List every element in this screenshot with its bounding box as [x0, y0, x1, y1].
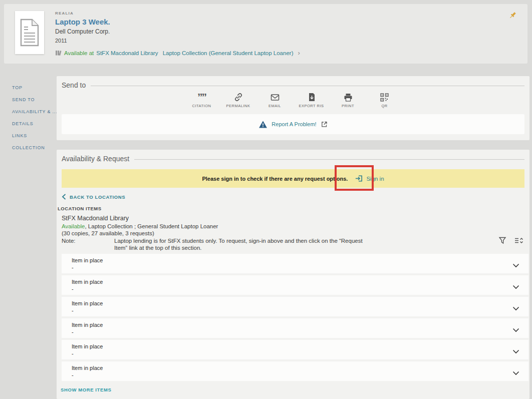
item-row[interactable]: Item in place - — [62, 318, 528, 338]
citation-icon: ”” — [197, 94, 206, 101]
send-to-actions: ”” CITATION PERMALINK — [57, 92, 529, 108]
sidebar-item-send-to[interactable]: SEND TO — [12, 97, 57, 102]
print-button[interactable]: PRINT — [330, 92, 366, 108]
sidebar-item-links[interactable]: LINKS — [12, 133, 57, 138]
page-section-nav: TOP SEND TO AVAILABILITY & ... DETAILS L… — [12, 85, 57, 157]
sort-icon — [514, 237, 523, 244]
filter-icon — [498, 236, 506, 245]
sidebar-item-collection[interactable]: COLLECTION — [12, 145, 57, 150]
availability-header: Availability & Request — [62, 155, 524, 163]
item-row[interactable]: Item in place - — [62, 297, 528, 316]
filter-button[interactable] — [498, 236, 506, 247]
chevron-down-icon — [512, 306, 519, 311]
back-to-locations-label: BACK TO LOCATIONS — [70, 194, 125, 200]
availability-collection: Laptop Collection (General Student Lapto… — [163, 50, 294, 56]
signin-icon — [355, 174, 363, 183]
sidebar-item-availability[interactable]: AVAILABILITY & ... — [12, 109, 57, 114]
export-ris-button[interactable]: EXPORT RIS — [293, 92, 330, 108]
record-thumbnail — [15, 11, 44, 54]
record-date: 2011 — [55, 38, 300, 44]
location-library-name: StFX Macdonald Library — [62, 215, 382, 222]
item-row[interactable]: Item in place - — [62, 361, 528, 381]
location-items-list: Item in place - Item in place - Item in … — [62, 254, 528, 383]
record-author: Dell Computer Corp. — [55, 28, 300, 35]
location-note: Note: Laptop lending is for StFX student… — [62, 238, 382, 251]
send-to-title: Send to — [62, 81, 86, 89]
permalink-button[interactable]: PERMALINK — [220, 92, 256, 108]
send-to-header: Send to — [62, 81, 524, 89]
record-page: { "header": { "resource_type": "REALIA",… — [0, 0, 532, 399]
chevron-right-icon: › — [298, 49, 300, 57]
chevron-down-icon — [512, 285, 519, 289]
chevron-down-icon — [512, 349, 519, 354]
item-row[interactable]: Item in place - — [62, 254, 528, 273]
chevron-down-icon — [512, 371, 519, 375]
qr-button[interactable]: QR — [366, 92, 403, 108]
signin-button[interactable]: Sign in — [355, 174, 384, 183]
show-more-items-link[interactable]: SHOW MORE ITEMS — [61, 387, 111, 392]
availability-icon — [55, 50, 62, 56]
report-problem-label: Report A Problem! — [272, 121, 316, 127]
sort-button[interactable] — [514, 237, 523, 246]
pushpin-icon — [508, 11, 517, 20]
location-copies: (30 copies, 27 available, 3 requests) — [62, 230, 382, 236]
item-row[interactable]: Item in place - — [62, 275, 528, 295]
signin-banner: Please sign in to check if there are any… — [62, 169, 524, 188]
warning-icon — [258, 120, 268, 129]
record-summary-card: REALIA Laptop 3 Week. Dell Computer Corp… — [4, 4, 527, 64]
chevron-down-icon — [512, 328, 519, 332]
note-label: Note: — [62, 238, 114, 251]
location-details: StFX Macdonald Library Available, Laptop… — [62, 215, 382, 251]
document-icon — [20, 19, 40, 47]
sidebar-item-top[interactable]: TOP — [12, 85, 57, 90]
location-collection: , Laptop Collection ; General Student La… — [85, 223, 218, 229]
export-ris-icon — [308, 93, 316, 102]
divider — [91, 86, 524, 86]
location-items-label: LOCATION ITEMS — [58, 206, 102, 211]
citation-button[interactable]: ”” CITATION — [183, 92, 220, 108]
email-button[interactable]: EMAIL — [256, 92, 293, 108]
availability-title: Availability & Request — [62, 155, 129, 163]
divider — [134, 159, 524, 160]
pin-button[interactable] — [508, 11, 517, 20]
resource-type-label: REALIA — [55, 11, 300, 16]
signin-message: Please sign in to check if there are any… — [202, 176, 348, 182]
permalink-icon — [234, 93, 243, 102]
signin-label: Sign in — [366, 176, 384, 182]
record-info: REALIA Laptop 3 Week. Dell Computer Corp… — [55, 11, 300, 57]
print-icon — [344, 93, 353, 102]
report-problem-link[interactable]: Report A Problem! — [62, 114, 524, 134]
item-row[interactable]: Item in place - — [62, 340, 528, 359]
external-link-icon — [321, 121, 328, 128]
record-title-link[interactable]: Laptop 3 Week. — [55, 18, 300, 26]
availability-library: StFX Macdonald Library — [96, 50, 158, 56]
email-icon — [271, 93, 280, 101]
back-to-locations-link[interactable]: BACK TO LOCATIONS — [62, 194, 125, 200]
send-to-section: Send to ”” CITATION PERMALINK — [57, 76, 529, 140]
qr-icon — [380, 93, 389, 102]
note-text: Laptop lending is for StFX students only… — [114, 238, 365, 251]
sidebar-item-details[interactable]: DETAILS — [12, 121, 57, 126]
availability-link[interactable]: Available at StFX Macdonald Library Lapt… — [55, 49, 300, 57]
location-status-line: Available, Laptop Collection ; General S… — [62, 223, 382, 229]
chevron-left-icon — [62, 194, 66, 200]
location-status: Available — [62, 223, 85, 229]
availability-status: Available at — [64, 50, 94, 56]
availability-section: Availability & Request Please sign in to… — [57, 150, 529, 399]
chevron-down-icon — [512, 263, 519, 268]
